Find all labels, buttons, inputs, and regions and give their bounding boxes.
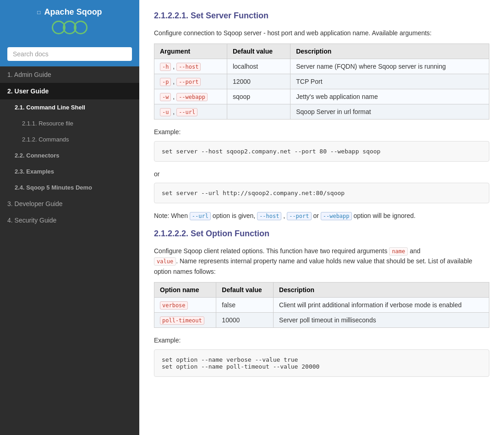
example2-label: Example: — [154, 335, 489, 345]
sidebar-item-commands[interactable]: 2.1.2. Commands — [0, 131, 139, 147]
value-tag: value — [154, 257, 176, 266]
sidebar-item-examples[interactable]: 2.3. Examples — [0, 163, 139, 179]
table-row: -w , --webapp — [154, 89, 227, 104]
sidebar-item-user-guide[interactable]: 2. User Guide — [0, 83, 139, 99]
sidebar-item-sqoop5demo[interactable]: 2.4. Sqoop 5 Minutes Demo — [0, 179, 139, 196]
section1-title: 2.1.2.2.1. Set Server Function — [154, 11, 489, 21]
sidebar-header: □ Apache Sqoop — [0, 0, 139, 42]
col-option-name: Option name — [154, 283, 216, 298]
sidebar-item-developer-guide[interactable]: 3. Developer Guide — [0, 196, 139, 212]
logo-icon: □ — [37, 9, 40, 16]
table-row: -p , --port — [154, 74, 227, 89]
note-url-tag: --url — [190, 212, 211, 220]
section2-title: 2.1.2.2.2. Set Option Function — [154, 229, 489, 239]
sidebar-item-connectors[interactable]: 2.2. Connectors — [0, 147, 139, 163]
logo-graphic — [7, 21, 132, 34]
table-row: -u , --url — [154, 104, 227, 120]
sidebar-item-command-line-shell[interactable]: 2.1. Command Line Shell — [0, 99, 139, 115]
code-block-3: set option --name verbose --value true s… — [154, 349, 489, 377]
col-description: Description — [290, 44, 489, 59]
note-webapp-tag: --webapp — [321, 212, 352, 220]
sidebar-nav: 1. Admin Guide 2. User Guide 2.1. Comman… — [0, 66, 139, 228]
col-argument: Argument — [154, 44, 227, 59]
name-tag: name — [389, 247, 408, 256]
note-port-tag: --port — [287, 212, 311, 220]
table-row: -h , --host — [154, 59, 227, 74]
code-block-1: set server --host sqoop2.company.net --p… — [154, 141, 489, 162]
section2-desc: Configure Sqoop client related options. … — [154, 246, 489, 277]
main-content: 2.1.2.2.1. Set Server Function Configure… — [139, 0, 504, 435]
search-container — [0, 42, 139, 66]
logo-title: Apache Sqoop — [44, 7, 102, 17]
col-default-val: Default value — [216, 283, 274, 298]
sidebar-logo: □ Apache Sqoop — [7, 7, 132, 17]
sidebar-item-admin-guide[interactable]: 1. Admin Guide — [0, 66, 139, 83]
options-table: Option name Default value Description ve… — [154, 282, 489, 328]
code-block-2: set server --url http://sqoop2.company.n… — [154, 183, 489, 203]
col-desc: Description — [274, 283, 489, 298]
section1-desc: Configure connection to Sqoop server - h… — [154, 28, 489, 38]
sidebar-item-security-guide[interactable]: 4. Security Guide — [0, 212, 139, 228]
sidebar: □ Apache Sqoop 1. Admin Guide 2. User Gu… — [0, 0, 139, 435]
note-host-tag: --host — [257, 212, 281, 220]
sidebar-item-resource-file[interactable]: 2.1.1. Resource file — [0, 115, 139, 131]
logo-circle-3 — [74, 21, 88, 34]
col-default: Default value — [227, 44, 290, 59]
note-text: Note: When --url option is given, --host… — [154, 211, 489, 222]
search-input[interactable] — [7, 47, 132, 61]
args-table: Argument Default value Description -h , … — [154, 44, 489, 120]
example1-label: Example: — [154, 127, 489, 137]
table-row: verbose — [154, 298, 216, 313]
or-label: or — [154, 169, 489, 179]
table-row: poll-timeout — [154, 313, 216, 328]
